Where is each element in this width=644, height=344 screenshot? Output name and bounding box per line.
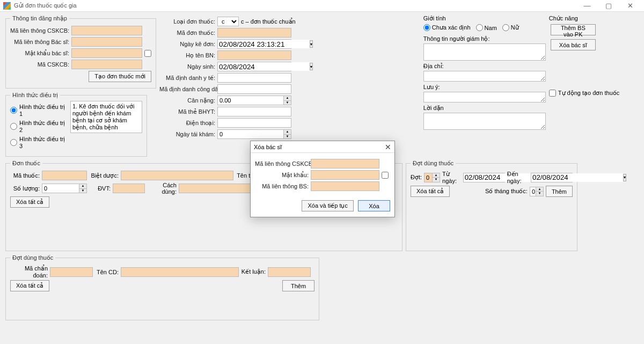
- spin-down-icon[interactable]: ▼: [79, 189, 86, 193]
- cskcb-input[interactable]: [71, 26, 142, 35]
- pw-input[interactable]: [71, 48, 142, 58]
- batch-group: Đợt dùng thuốc Đợt: ▲▼ Từ ngày: ▾ Đến ng…: [406, 160, 577, 251]
- batch-legend: Đợt dùng thuốc: [411, 160, 456, 167]
- spin-down-icon[interactable]: ▼: [536, 192, 543, 196]
- revisit-input[interactable]: [217, 129, 291, 139]
- spin-down-icon[interactable]: ▼: [283, 135, 291, 139]
- window-title: Gửi đơn thuốc quốc gia: [14, 2, 576, 9]
- modal-bs-input[interactable]: [311, 181, 379, 191]
- batch-to-label: Đến ngày:: [507, 171, 529, 184]
- address-input[interactable]: [423, 71, 546, 82]
- rx-revisit-label: Ngày tái khám:: [159, 131, 215, 137]
- advice-input[interactable]: [423, 113, 546, 130]
- func-legend: Chức năng: [549, 15, 639, 22]
- modal-cskcb-input[interactable]: [311, 159, 379, 169]
- sex-male-label: Nam: [485, 25, 497, 31]
- diag-name-input[interactable]: [121, 267, 239, 277]
- minimize-button[interactable]: —: [576, 2, 598, 10]
- drug-dvt-input[interactable]: [113, 184, 145, 193]
- treat-label-3: Hình thức điều trị 3: [19, 136, 67, 149]
- bs-input[interactable]: [71, 37, 142, 47]
- weight-input[interactable]: [217, 96, 291, 105]
- diag-delete-all-button[interactable]: Xóa tất cả: [10, 280, 49, 291]
- modal-pw-label: Mật khẩu:: [255, 172, 309, 179]
- drug-code-input[interactable]: [42, 171, 87, 180]
- sex-male-radio[interactable]: [476, 24, 483, 31]
- modal-delete-button[interactable]: Xóa: [358, 200, 390, 211]
- sex-legend: Giới tính: [423, 15, 546, 22]
- sex-unknown-radio[interactable]: [423, 24, 430, 31]
- cskcb2-label: Mã CSKCB:: [10, 61, 69, 68]
- dob-value[interactable]: [219, 62, 310, 71]
- treat-radio-2[interactable]: [10, 123, 17, 130]
- diag-code-input[interactable]: [50, 267, 93, 277]
- modal-title: Xóa bác sĩ: [254, 144, 385, 150]
- guardian-input[interactable]: [423, 43, 546, 61]
- batch-from-label: Từ ngày:: [442, 171, 461, 184]
- rx-type-select[interactable]: c: [217, 17, 239, 26]
- rx-dob-label: Ngày sinh:: [159, 63, 215, 70]
- drug-biet-input[interactable]: [121, 171, 233, 180]
- create-rx-button[interactable]: Tạo đơn thuốc mới: [89, 71, 151, 82]
- batch-add-button[interactable]: Thêm: [546, 186, 573, 197]
- batch-dot-label: Đợt:: [411, 174, 422, 181]
- rx-code-label: Mã đơn thuốc:: [159, 30, 215, 36]
- calendar-icon[interactable]: ▾: [310, 63, 313, 70]
- advice-label: Lời dặn: [423, 105, 546, 112]
- modal-show-pw-checkbox[interactable]: [382, 172, 389, 179]
- pw-label: Mật khẩu bác sĩ:: [10, 50, 69, 57]
- close-button[interactable]: ✕: [619, 2, 641, 10]
- cskcb2-input[interactable]: [71, 60, 142, 69]
- sex-female-radio[interactable]: [502, 24, 509, 31]
- note-input[interactable]: [423, 92, 546, 103]
- spin-up-icon[interactable]: ▲: [283, 130, 291, 135]
- calendar-icon[interactable]: ▾: [623, 174, 626, 181]
- guardian-label: Thông tin người giám hộ:: [423, 35, 546, 42]
- dob-picker[interactable]: ▾: [217, 62, 291, 71]
- patient-name-input[interactable]: [217, 50, 291, 60]
- maximize-button[interactable]: ▢: [598, 2, 619, 10]
- rx-code-input[interactable]: [217, 28, 291, 38]
- spin-up-icon[interactable]: ▲: [283, 96, 291, 101]
- del-bs-button[interactable]: Xóa bác sĩ: [551, 39, 596, 50]
- treat-radio-3[interactable]: [10, 139, 17, 146]
- treat-radio-1[interactable]: [10, 107, 17, 114]
- calendar-icon[interactable]: ▾: [310, 40, 313, 48]
- rx-date-picker[interactable]: ▾: [217, 39, 291, 49]
- modal-delete-continue-button[interactable]: Xóa và tiếp tục: [302, 200, 354, 211]
- drug-usage-label: Cách dùng:: [147, 182, 177, 195]
- med-id-input[interactable]: [217, 73, 291, 83]
- address-label: Địa chỉ:: [423, 63, 546, 70]
- treatment-legend: Hình thức điều trị: [10, 92, 60, 99]
- batch-to-picker[interactable]: ▾: [531, 173, 573, 182]
- drug-qty-label: Số lượng:: [10, 185, 40, 192]
- diag-add-button[interactable]: Thêm: [282, 280, 314, 291]
- phone-input[interactable]: [217, 118, 291, 128]
- batch-delete-all-button[interactable]: Xóa tất cả: [411, 186, 450, 197]
- spin-up-icon[interactable]: ▲: [536, 187, 543, 192]
- batch-from-picker[interactable]: ▾: [463, 173, 505, 182]
- modal-bs-label: Mã liên thông BS:: [255, 183, 309, 189]
- modal-close-button[interactable]: ✕: [385, 143, 391, 151]
- spin-up-icon[interactable]: ▲: [79, 184, 86, 189]
- rx-group: Loại đơn thuốc: c c – đơn thuốc chuẩn Mã…: [159, 15, 420, 157]
- drug-delete-all-button[interactable]: Xóa tất cả: [10, 196, 49, 208]
- modal-pw-input[interactable]: [311, 170, 379, 180]
- citizen-id-input[interactable]: [217, 84, 291, 94]
- spin-down-icon[interactable]: ▼: [283, 101, 291, 105]
- rx-date-value[interactable]: [219, 40, 310, 48]
- rx-id-label: Mã định danh y tế:: [159, 75, 215, 82]
- bhyt-input[interactable]: [217, 107, 291, 116]
- diag-concl-input[interactable]: [268, 267, 311, 277]
- auto-rx-checkbox[interactable]: [549, 90, 556, 97]
- drug-code-label: Mã thuốc:: [10, 172, 40, 179]
- bs-label: Mã liên thông Bác sĩ:: [10, 39, 69, 45]
- spin-up-icon[interactable]: ▲: [432, 173, 440, 178]
- modal-cskcb-label: Mã liên thông CSKCB:: [255, 160, 309, 167]
- add-bs-button[interactable]: Thêm BS vào PK: [551, 24, 596, 35]
- show-pw-checkbox[interactable]: [144, 50, 151, 57]
- auto-rx-label: Tự động tạo đơn thuốc: [558, 90, 620, 97]
- spin-down-icon[interactable]: ▼: [432, 178, 440, 182]
- diag-name-label: Tên CD:: [95, 269, 119, 275]
- diag-legend: Đợt dùng thuốc: [10, 254, 55, 261]
